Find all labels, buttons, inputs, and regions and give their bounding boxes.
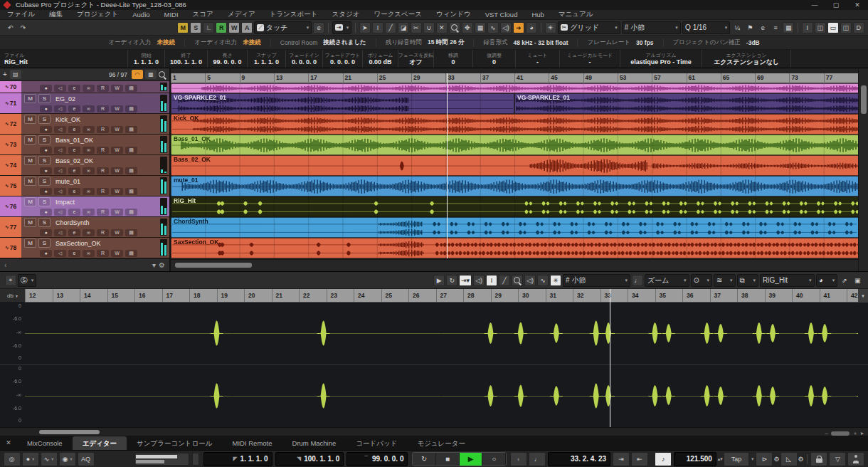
hscroll-thumb[interactable]: [39, 430, 100, 434]
status-item-1[interactable]: オーディオ出力未接続: [185, 38, 271, 47]
track-row-74[interactable]: ∿74MSBass_02_OK●◁e∞RW▤: [0, 155, 169, 176]
edit-channel-button[interactable]: e: [68, 229, 80, 236]
midi-activity-dropdown[interactable]: ◉▾: [59, 452, 76, 466]
record-arm-button[interactable]: ●: [40, 105, 52, 112]
solo-editor-dropdown[interactable]: Ⓢ▾: [18, 274, 37, 287]
tab-item-4[interactable]: Drum Machine: [282, 436, 346, 450]
event-clip-0[interactable]: [171, 83, 858, 93]
comp-tool[interactable]: ▦: [475, 22, 486, 33]
chevron-down-icon[interactable]: ▾: [152, 261, 156, 269]
agent-icon[interactable]: ◠: [132, 70, 143, 79]
info-field-2[interactable]: 終了100. 1. 1. 0: [165, 50, 208, 68]
write-automation-button[interactable]: W: [111, 229, 123, 236]
channel-strip-icon[interactable]: ▤: [125, 167, 137, 174]
locator-duration-field[interactable]: ⌒99. 0. 0. 0: [346, 452, 408, 466]
track-row-78[interactable]: ∿78MSSaxSection_OK●◁e∞RW▤: [0, 238, 169, 258]
tab-item-5[interactable]: コードパッド: [346, 436, 407, 450]
info-field-1[interactable]: 開始1. 1. 1. 0: [128, 50, 165, 68]
event-VG-SPARKLE2_01-1[interactable]: VG-SPARKLE2_01: [171, 93, 514, 114]
erase-tool[interactable]: ◪: [398, 22, 409, 33]
arrange-area[interactable]: 159131721252933374145495357616569737781 …: [171, 68, 858, 271]
draw-tool[interactable]: ╱: [499, 275, 510, 286]
menu-item-7[interactable]: トランスポート: [263, 10, 325, 19]
channel-strip-icon[interactable]: ▤: [125, 250, 137, 257]
menu-item-3[interactable]: Audio: [125, 11, 157, 19]
tempo-mode-dropdown[interactable]: ▾: [751, 456, 754, 462]
output-routing-icon[interactable]: ∞: [83, 229, 95, 236]
auto-quantize-button[interactable]: AQ: [78, 452, 95, 466]
monitor-button[interactable]: ◁: [54, 188, 66, 195]
lock-icon[interactable]: [810, 452, 827, 466]
info-field-9[interactable]: 移調0: [434, 50, 473, 68]
tab-item-3[interactable]: MIDI Remote: [223, 436, 282, 450]
filter-icon[interactable]: ▽: [829, 452, 846, 466]
event-mute_01-6[interactable]: mute_01: [171, 176, 858, 196]
track-row-77[interactable]: ∿77MSChordSynth●◁e∞RW▤: [0, 217, 169, 238]
zoom-mode-dropdown[interactable]: ズーム▾: [645, 274, 689, 287]
tap-tempo-button[interactable]: Tap: [724, 452, 749, 466]
audio-activity-dropdown[interactable]: ∿▾: [41, 452, 58, 466]
pin-editor-icon[interactable]: ⌖: [5, 275, 16, 286]
menu-item-6[interactable]: メディア: [221, 10, 263, 19]
edit-channel-button[interactable]: e: [68, 85, 80, 92]
edit-channel-button[interactable]: e: [68, 147, 80, 154]
snap-type-dropdown[interactable]: ✂グリッド▾: [558, 21, 620, 34]
automation-s-button[interactable]: S: [190, 22, 201, 33]
open-in-window-icon[interactable]: ⇗: [839, 275, 850, 286]
info-field-4[interactable]: スナップ1. 1. 1. 0: [248, 50, 286, 68]
quantize-edit-icon[interactable]: e: [757, 22, 768, 33]
record-arm-button[interactable]: ●: [40, 229, 52, 236]
zone-toggle-3[interactable]: ◫: [840, 22, 852, 33]
solo-button[interactable]: S: [38, 156, 51, 165]
solo-button[interactable]: S: [38, 115, 51, 124]
cycle-button[interactable]: ↻: [413, 453, 436, 466]
snap-curve-icon[interactable]: ∿: [537, 275, 549, 286]
arrange-ruler[interactable]: 159131721252933374145495357616569737781: [171, 73, 858, 83]
mute-button[interactable]: M: [24, 218, 36, 227]
read-automation-button[interactable]: R: [97, 126, 109, 133]
record-button[interactable]: ○: [482, 453, 506, 466]
status-item-0[interactable]: オーディオ入力未接続: [99, 38, 185, 47]
minimize-button[interactable]: —: [804, 0, 825, 10]
tempo-field[interactable]: 121.500: [674, 452, 716, 466]
menu-item-8[interactable]: スタジオ: [325, 10, 367, 19]
zone-toggle-4[interactable]: D: [853, 22, 864, 33]
iterative-quantize-icon[interactable]: ¼: [731, 22, 743, 33]
sync-button[interactable]: ⊳: [756, 452, 773, 466]
track-row-70[interactable]: ∿70●◁e∞RW▤: [0, 81, 169, 93]
part-edit-dropdown[interactable]: ⧉▾: [737, 274, 759, 287]
mute-button[interactable]: M: [24, 177, 36, 186]
status-item-3[interactable]: 残り録音時間15 時間 26 分: [376, 38, 475, 47]
mute-button[interactable]: M: [24, 115, 36, 124]
info-field-14[interactable]: エクステンションエクステンションなし: [702, 50, 791, 68]
event-RiG_Hit-7[interactable]: RiG_Hit: [171, 196, 858, 217]
edit-channel-button[interactable]: e: [68, 209, 80, 216]
automation-m-button[interactable]: M: [177, 22, 189, 33]
solo-button[interactable]: S: [38, 218, 51, 227]
drag-selected-tool[interactable]: ➜: [513, 22, 524, 33]
vscroll-thumb[interactable]: [861, 85, 867, 114]
edit-automation-button[interactable]: e: [313, 22, 324, 33]
edit-channel-button[interactable]: e: [68, 167, 80, 174]
info-field-12[interactable]: ミュージカルモード-: [560, 50, 620, 68]
solo-button[interactable]: S: [38, 135, 51, 145]
mute-button[interactable]: M: [24, 135, 36, 145]
record-arm-button[interactable]: ●: [40, 147, 52, 154]
output-routing-icon[interactable]: ∞: [83, 147, 95, 154]
editor-setup-icon[interactable]: ▣: [852, 275, 863, 286]
zone-toggle-0[interactable]: I: [802, 22, 813, 33]
event-SaxSection_OK-9[interactable]: SaxSection_OK: [171, 238, 858, 258]
left-locator-field[interactable]: ◤1. 1. 1. 0: [203, 452, 272, 466]
write-automation-button[interactable]: W: [111, 105, 123, 112]
track-row-72[interactable]: ∿72MSKick_OK●◁e∞RW▤: [0, 114, 169, 135]
range-tool[interactable]: I: [486, 275, 497, 286]
record-modes-dropdown[interactable]: ●▾: [22, 452, 39, 466]
read-automation-button[interactable]: R: [97, 250, 109, 257]
status-item-2[interactable]: Control Room接続されました: [271, 38, 376, 47]
gear-icon[interactable]: ⚙: [159, 261, 165, 269]
tab-item-2[interactable]: サンプラーコントロール: [127, 436, 223, 450]
collapse-icon[interactable]: ‹: [4, 261, 6, 269]
note-length-icon[interactable]: ♩: [632, 275, 643, 286]
scrub-tool[interactable]: ◁): [500, 22, 512, 33]
tab-editor[interactable]: エディター: [73, 436, 127, 450]
